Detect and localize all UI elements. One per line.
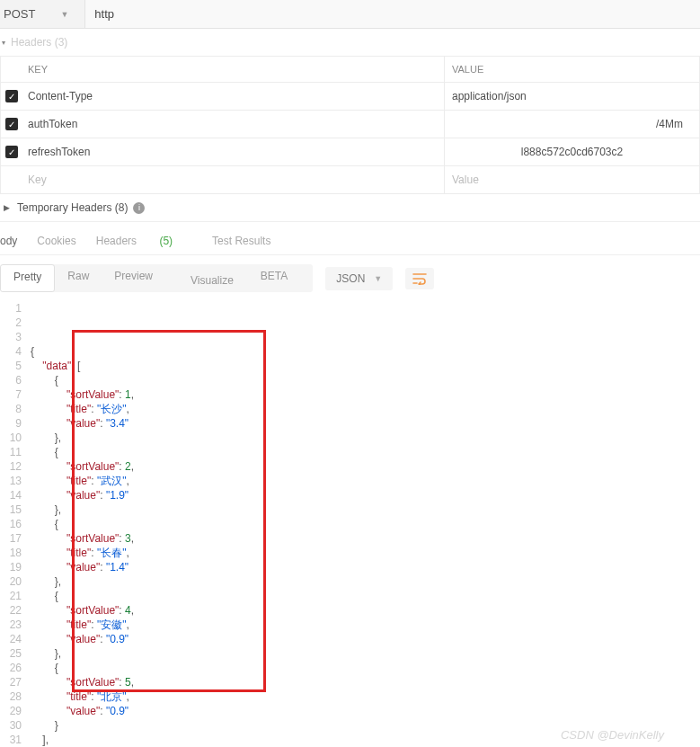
view-bar: Pretty Raw Preview VisualizeBETA JSON ▼ (0, 255, 700, 301)
response-body: 1234567891011121314151617181920212223242… (0, 301, 700, 747)
tab-body[interactable]: ody (0, 235, 17, 247)
tab-headers[interactable]: Headers (5) (96, 235, 192, 247)
check-icon: ✓ (5, 90, 18, 102)
code-line: { (31, 445, 700, 459)
code-line: "sortValue": 2, (31, 459, 700, 474)
temporary-headers-label: Temporary Headers (8) (17, 201, 128, 214)
url-input[interactable]: http (85, 0, 700, 28)
code-line: "sortValue": 1, (31, 387, 700, 402)
code-line: }, (31, 431, 700, 445)
caret-right-icon: ▶ (4, 203, 10, 212)
caret-down-icon: ▼ (374, 274, 382, 283)
response-tabs: ody Cookies Headers (5) Test Results (0, 222, 700, 255)
caret-down-icon: ▼ (60, 10, 68, 19)
header-th-row: KEY VALUE (1, 57, 699, 83)
header-key[interactable]: refreshToken (22, 138, 445, 165)
code-line: { (31, 589, 700, 603)
tab-cookies[interactable]: Cookies (37, 235, 75, 247)
header-row: ✓ refreshToken l888c572c0cd6703c2 (1, 138, 699, 166)
code-line: { (31, 344, 700, 359)
headers-table: KEY VALUE ✓ Content-Type application/jso… (0, 56, 700, 194)
header-add-row[interactable]: Key Value (1, 166, 699, 194)
info-icon: i (133, 202, 145, 214)
temporary-headers-toggle[interactable]: ▶ Temporary Headers (8) i (0, 194, 700, 222)
code-line: "title": "北京", (31, 689, 700, 704)
header-key[interactable]: Content-Type (22, 83, 445, 110)
code-line: "value": "3.4" (31, 416, 700, 431)
code-line: { (31, 661, 700, 675)
code-line: "sortValue": 5, (31, 675, 700, 689)
caret-down-icon: ▾ (2, 39, 5, 47)
code-line: "value": "1.9" (31, 488, 700, 502)
view-pretty[interactable]: Pretty (0, 264, 55, 292)
code-line: "title": "安徽", (31, 618, 700, 632)
header-value[interactable]: /4Mm (445, 111, 699, 138)
code-line: { (31, 373, 700, 387)
view-preview[interactable]: Preview (102, 264, 165, 292)
code-line: }, (31, 574, 700, 589)
header-value[interactable]: l888c572c0cd6703c2 (445, 138, 699, 165)
code-line: "value": "0.9" (31, 704, 700, 718)
code-line: "sortValue": 4, (31, 603, 700, 618)
code-line: "value": "0.9" (31, 632, 700, 646)
headers-section-label: Headers (3) (11, 36, 67, 49)
header-row: ✓ Content-Type application/json (1, 83, 699, 111)
watermark: CSDN @DevinKelly (561, 728, 664, 742)
language-select[interactable]: JSON ▼ (325, 267, 393, 290)
header-value-placeholder[interactable]: Value (445, 166, 699, 193)
code-line: "sortValue": 3, (31, 531, 700, 546)
url-text: http (94, 7, 114, 21)
check-icon: ✓ (5, 118, 18, 130)
code-line: "value": "1.4" (31, 560, 700, 574)
header-th-key: KEY (22, 57, 445, 82)
code-line: "title": "长春", (31, 546, 700, 560)
http-method-label: POST (4, 7, 35, 21)
header-checkbox[interactable]: ✓ (1, 111, 22, 138)
code-line: "data": [ (31, 359, 700, 373)
header-th-value: VALUE (445, 57, 699, 82)
code-line: "title": "长沙", (31, 402, 700, 416)
tab-test-results[interactable]: Test Results (212, 235, 270, 247)
language-label: JSON (336, 272, 365, 285)
view-visualize[interactable]: VisualizeBETA (165, 264, 313, 292)
header-row: ✓ authToken /4Mm (1, 111, 699, 138)
code-line: "title": "武汉", (31, 474, 700, 488)
headers-section-toggle[interactable]: ▾ Headers (3) (0, 29, 700, 56)
wrap-lines-button[interactable] (405, 268, 434, 289)
header-checkbox[interactable]: ✓ (1, 138, 22, 165)
header-key[interactable]: authToken (22, 111, 445, 138)
view-mode-segmented: Pretty Raw Preview VisualizeBETA (0, 264, 313, 292)
code-line: { (31, 517, 700, 531)
check-icon: ✓ (5, 146, 18, 158)
http-method-select[interactable]: POST ▼ (0, 0, 85, 28)
header-key-placeholder[interactable]: Key (22, 166, 445, 193)
view-raw[interactable]: Raw (55, 264, 102, 292)
wrap-icon (412, 272, 427, 285)
line-gutter: 1234567891011121314151617181920212223242… (0, 301, 31, 747)
header-value[interactable]: application/json (445, 83, 699, 110)
code-source[interactable]: { "data": [ { "sortValue": 1, "title": "… (31, 301, 700, 747)
header-checkbox[interactable]: ✓ (1, 83, 22, 110)
code-line: }, (31, 646, 700, 661)
code-line: }, (31, 502, 700, 517)
